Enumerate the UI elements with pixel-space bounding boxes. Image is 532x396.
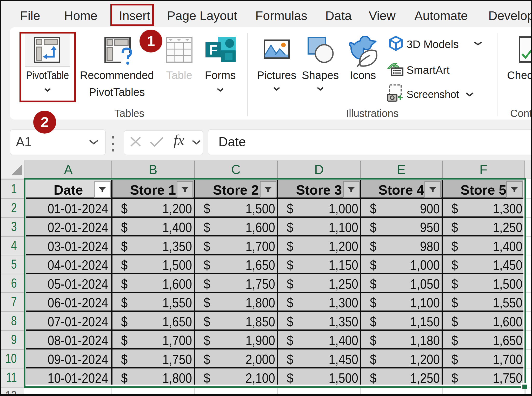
svg-text:F: F (209, 42, 217, 57)
